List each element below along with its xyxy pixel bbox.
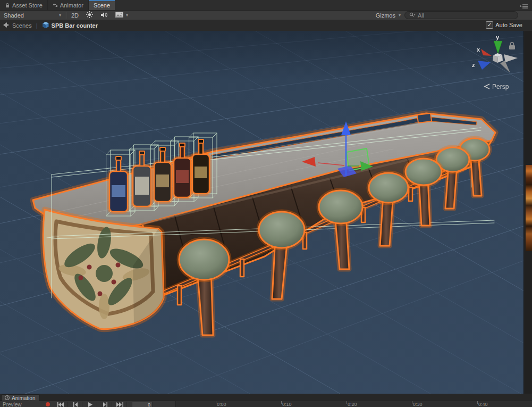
prefab-breadcrumb-bar: Scenes | SPB Bar counter ✓ Auto Save	[0, 20, 532, 31]
breadcrumb-separator: |	[36, 22, 38, 29]
2d-toggle[interactable]: 2D	[67, 11, 82, 20]
breadcrumb-current[interactable]: SPB Bar counter	[52, 22, 98, 29]
record-button[interactable]	[46, 402, 50, 406]
ruler-tick: 0:10	[282, 402, 292, 407]
back-arrow-icon[interactable]	[2, 22, 9, 29]
frame-field[interactable]: 0	[132, 402, 153, 407]
scene-view-toolbar: Shaded ▾ 2D ▾ Gizmos ▾ All	[0, 11, 532, 20]
persp-arrow-icon	[485, 84, 489, 89]
effects-toggle[interactable]: ▾	[112, 11, 132, 20]
asset-store-icon	[5, 3, 10, 8]
unity-editor-window: { "tabs": { "items": [ {"label": "Asset …	[0, 0, 532, 407]
sun-icon	[86, 11, 93, 19]
stool-4[interactable]	[369, 173, 408, 246]
projection-label: Persp	[492, 83, 509, 90]
animation-panel: Animation Preview 0 0:00	[0, 394, 532, 407]
counter-top-notch	[417, 113, 432, 123]
draw-mode-label: Shaded	[4, 12, 24, 19]
tab-scene[interactable]: Scene	[89, 0, 115, 10]
bottle-2[interactable]	[133, 151, 151, 206]
tab-label: Animator	[60, 2, 83, 9]
bar-counter-model[interactable]	[33, 113, 495, 335]
breadcrumb-root[interactable]: Scenes	[12, 22, 32, 29]
window-menu-icon[interactable]	[520, 2, 529, 8]
audio-toggle[interactable]	[97, 11, 112, 20]
prev-key-button[interactable]	[69, 402, 82, 407]
search-value: All	[418, 12, 424, 19]
projection-toggle[interactable]: Persp	[485, 83, 509, 90]
scene-search-field[interactable]: All	[404, 11, 518, 19]
ruler-tick: 0:20	[348, 402, 357, 407]
speaker-icon	[100, 12, 108, 19]
prefab-cube-icon	[42, 21, 49, 30]
gizmos-dropdown[interactable]: Gizmos ▾	[372, 11, 404, 20]
axis-label-z: z	[472, 62, 475, 68]
editor-tab-bar: Asset Store Animator Scene	[0, 0, 532, 11]
bottle-5[interactable]	[192, 139, 209, 194]
search-icon	[409, 12, 416, 19]
preview-toggle[interactable]: Preview	[3, 402, 22, 407]
auto-save-label: Auto Save	[495, 22, 522, 28]
lighting-toggle[interactable]	[82, 11, 97, 20]
bottle-4[interactable]	[174, 143, 191, 197]
stool-3[interactable]	[319, 190, 362, 269]
play-button[interactable]	[84, 402, 97, 407]
chevron-down-icon[interactable]: ▾	[126, 13, 128, 18]
tab-label: Asset Store	[12, 2, 43, 9]
bottle-3[interactable]	[154, 147, 171, 202]
ruler-tick: 0:40	[478, 402, 488, 407]
stool-1[interactable]	[179, 239, 229, 335]
animator-icon	[53, 3, 58, 8]
gizmos-label: Gizmos	[376, 12, 395, 19]
axis-label-y: y	[496, 34, 500, 40]
draw-mode-dropdown[interactable]: Shaded ▾	[0, 11, 65, 20]
chevron-down-icon: ▾	[59, 13, 61, 18]
toolbar-divider	[66, 12, 66, 19]
panel-thumbnail	[526, 165, 532, 251]
auto-save-checkbox[interactable]: ✓	[486, 21, 493, 29]
auto-save-control: ✓ Auto Save	[486, 21, 522, 29]
tab-label: Scene	[94, 2, 110, 9]
last-key-button[interactable]	[114, 402, 127, 407]
animation-tab-label: Animation	[12, 395, 35, 401]
ruler-tick: 0:30	[413, 402, 423, 407]
tab-animator[interactable]: Animator	[48, 0, 89, 10]
image-icon	[115, 12, 123, 19]
scene-viewport[interactable]: y x z Persp	[0, 31, 523, 394]
timeline-ruler[interactable]: 0:00 0:10 0:20 0:30 0:40	[175, 401, 532, 407]
ruler-tick: 0:00	[217, 402, 226, 407]
animation-controls: Preview 0 0:00 0:10	[0, 401, 532, 407]
tab-asset-store[interactable]: Asset Store	[0, 0, 48, 10]
chevron-down-icon: ▾	[399, 13, 401, 18]
side-panel-edge	[523, 31, 532, 394]
axis-label-x: x	[477, 46, 480, 53]
clock-icon	[5, 395, 10, 401]
viewport-vignette	[0, 31, 523, 81]
first-key-button[interactable]	[54, 402, 67, 407]
next-key-button[interactable]	[99, 402, 112, 407]
counter-tapestry	[43, 210, 164, 329]
